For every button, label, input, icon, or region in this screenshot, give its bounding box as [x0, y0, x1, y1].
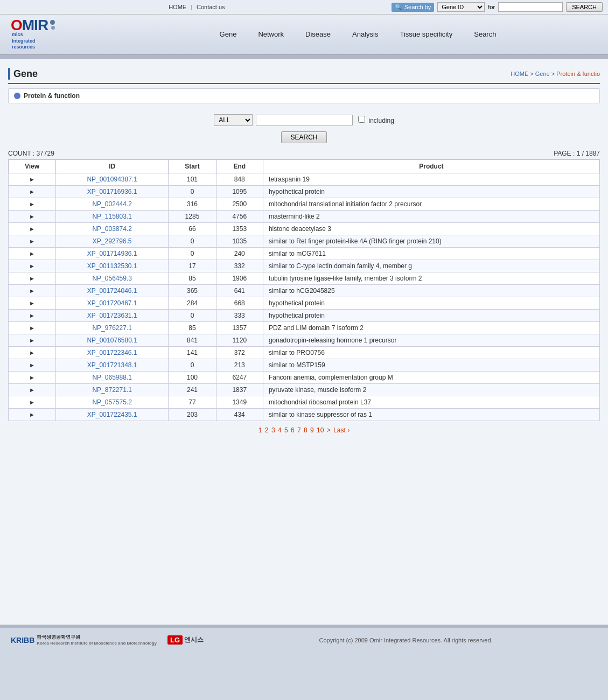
- row-id[interactable]: NP_872271.1: [56, 384, 169, 396]
- play-icon[interactable]: ►: [29, 312, 35, 319]
- search-input[interactable]: [498, 2, 563, 12]
- row-id[interactable]: XP_001714936.1: [56, 248, 169, 260]
- nav-analysis[interactable]: Analysis: [352, 30, 378, 38]
- row-view[interactable]: ►: [9, 248, 56, 260]
- play-icon[interactable]: ►: [29, 349, 35, 356]
- row-view[interactable]: ►: [9, 322, 56, 334]
- row-view[interactable]: ►: [9, 347, 56, 359]
- row-id[interactable]: NP_065988.1: [56, 372, 169, 384]
- including-checkbox[interactable]: [358, 116, 365, 123]
- play-icon[interactable]: ►: [29, 300, 35, 306]
- id-link[interactable]: XP_001722435.1: [87, 411, 137, 418]
- id-link[interactable]: NP_003874.2: [92, 225, 131, 233]
- id-link[interactable]: NP_002444.2: [92, 200, 131, 208]
- row-view[interactable]: ►: [9, 310, 56, 322]
- row-view[interactable]: ►: [9, 384, 56, 396]
- row-id[interactable]: XP_001724046.1: [56, 285, 169, 297]
- row-id[interactable]: XP_001720467.1: [56, 297, 169, 310]
- id-link[interactable]: NP_115803.1: [92, 213, 131, 220]
- id-link[interactable]: XP_001722346.1: [87, 349, 137, 356]
- play-icon[interactable]: ►: [29, 176, 35, 183]
- play-icon[interactable]: ►: [29, 213, 35, 220]
- id-link[interactable]: XP_001716936.1: [87, 188, 137, 195]
- play-icon[interactable]: ►: [29, 275, 35, 282]
- play-icon[interactable]: ►: [29, 387, 35, 393]
- id-link[interactable]: XP_001723631.1: [87, 312, 137, 319]
- row-view[interactable]: ►: [9, 211, 56, 223]
- id-link[interactable]: NP_001076580.1: [87, 337, 137, 344]
- row-id[interactable]: XP_001723631.1: [56, 310, 169, 322]
- row-id[interactable]: NP_976227.1: [56, 322, 169, 334]
- play-icon[interactable]: ►: [29, 250, 35, 257]
- row-view[interactable]: ►: [9, 260, 56, 272]
- id-link[interactable]: XP_001720467.1: [87, 299, 137, 307]
- row-view[interactable]: ►: [9, 223, 56, 235]
- id-link[interactable]: NP_976227.1: [92, 324, 131, 332]
- row-view[interactable]: ►: [9, 297, 56, 310]
- nav-tissue[interactable]: Tissue specificity: [400, 30, 452, 38]
- id-link[interactable]: XP_001721348.1: [87, 361, 137, 369]
- id-link[interactable]: XP_001714936.1: [87, 250, 137, 257]
- row-id[interactable]: XP_001722435.1: [56, 409, 169, 421]
- row-view[interactable]: ►: [9, 173, 56, 186]
- id-link[interactable]: NP_001094387.1: [87, 176, 137, 183]
- row-view[interactable]: ►: [9, 409, 56, 421]
- page-9[interactable]: 9: [310, 426, 314, 434]
- row-id[interactable]: NP_001076580.1: [56, 334, 169, 347]
- page-6[interactable]: 6: [291, 426, 295, 434]
- searchby-select[interactable]: Gene ID Gene Name Protein Disease: [437, 2, 485, 12]
- play-icon[interactable]: ►: [29, 188, 35, 195]
- row-view[interactable]: ►: [9, 372, 56, 384]
- breadcrumb-gene[interactable]: Gene: [535, 71, 550, 77]
- row-id[interactable]: NP_056459.3: [56, 272, 169, 285]
- contact-link[interactable]: Contact us: [197, 4, 225, 10]
- row-id[interactable]: NP_057575.2: [56, 396, 169, 409]
- page-2[interactable]: 2: [265, 426, 269, 434]
- page-5[interactable]: 5: [284, 426, 288, 434]
- play-icon[interactable]: ►: [29, 362, 35, 368]
- play-icon[interactable]: ►: [29, 325, 35, 331]
- row-view[interactable]: ►: [9, 235, 56, 248]
- page-8[interactable]: 8: [304, 426, 308, 434]
- play-icon[interactable]: ►: [29, 238, 35, 244]
- nav-disease[interactable]: Disease: [305, 30, 331, 38]
- play-icon[interactable]: ►: [29, 411, 35, 418]
- row-id[interactable]: XP_001722346.1: [56, 347, 169, 359]
- play-icon[interactable]: ►: [29, 263, 35, 269]
- page-3[interactable]: 3: [271, 426, 275, 434]
- id-link[interactable]: NP_065988.1: [92, 374, 131, 381]
- play-icon[interactable]: ►: [29, 226, 35, 232]
- id-link[interactable]: NP_872271.1: [92, 386, 131, 394]
- row-id[interactable]: XP_001721348.1: [56, 359, 169, 372]
- row-view[interactable]: ►: [9, 359, 56, 372]
- search-button[interactable]: SEARCH: [566, 2, 603, 12]
- row-view[interactable]: ►: [9, 334, 56, 347]
- id-link[interactable]: NP_056459.3: [92, 275, 131, 282]
- play-icon[interactable]: ►: [29, 374, 35, 381]
- page-7[interactable]: 7: [297, 426, 301, 434]
- id-link[interactable]: NP_057575.2: [92, 398, 131, 406]
- page-10[interactable]: 10: [317, 426, 324, 434]
- home-link[interactable]: HOME: [169, 4, 186, 10]
- row-view[interactable]: ►: [9, 396, 56, 409]
- row-view[interactable]: ►: [9, 285, 56, 297]
- id-link[interactable]: XP_001132530.1: [87, 262, 137, 270]
- row-id[interactable]: NP_003874.2: [56, 223, 169, 235]
- nav-network[interactable]: Network: [258, 30, 284, 38]
- form-search-button[interactable]: SEARCH: [281, 131, 326, 143]
- play-icon[interactable]: ►: [29, 201, 35, 207]
- id-link[interactable]: XP_292796.5: [93, 237, 132, 245]
- play-icon[interactable]: ►: [29, 337, 35, 344]
- play-icon[interactable]: ►: [29, 399, 35, 405]
- row-view[interactable]: ►: [9, 198, 56, 211]
- filter-select[interactable]: ALL ID Product: [214, 114, 253, 126]
- row-id[interactable]: NP_002444.2: [56, 198, 169, 211]
- page-last[interactable]: Last ›: [333, 426, 350, 434]
- nav-search[interactable]: Search: [474, 30, 496, 38]
- row-view[interactable]: ►: [9, 186, 56, 198]
- breadcrumb-home[interactable]: HOME: [511, 71, 528, 77]
- row-id[interactable]: XP_001716936.1: [56, 186, 169, 198]
- row-view[interactable]: ►: [9, 272, 56, 285]
- nav-gene[interactable]: Gene: [220, 30, 237, 38]
- row-id[interactable]: XP_292796.5: [56, 235, 169, 248]
